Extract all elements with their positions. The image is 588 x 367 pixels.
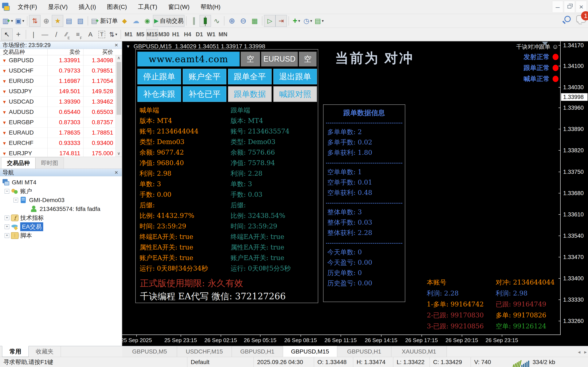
- auto-scroll-button[interactable]: [264, 15, 275, 27]
- tree-item-indicators[interactable]: + 技术指标: [0, 213, 122, 222]
- chart-area[interactable]: ▼ GBPUSD,M15 1.34029 1.34051 1.33917 1.3…: [122, 41, 588, 346]
- refill-unfollowed-button[interactable]: 补仓未跟: [137, 86, 181, 102]
- tab-symbols[interactable]: 交易品种: [1, 157, 35, 168]
- menu-file[interactable]: 文件(F): [12, 0, 43, 14]
- tree-item-server[interactable]: − GMI-Demo03: [0, 196, 122, 205]
- cloud-button[interactable]: [130, 15, 142, 27]
- profiles-button[interactable]: [14, 15, 25, 27]
- close-all-follow-button[interactable]: 跟单全平: [228, 69, 272, 84]
- tree-item-scripts[interactable]: + 脚本: [0, 231, 122, 240]
- crosshair-tool[interactable]: [13, 28, 24, 40]
- cursor-tool[interactable]: [1, 28, 13, 40]
- table-row[interactable]: USDJPY149.501149.528: [0, 86, 122, 97]
- horizontal-line-tool[interactable]: [39, 28, 51, 40]
- scroll-down-icon[interactable]: ∨: [117, 151, 120, 156]
- periods-button[interactable]: [302, 15, 313, 27]
- scrollbar-thumb[interactable]: [117, 62, 121, 115]
- expand-icon[interactable]: +: [5, 225, 9, 229]
- status-profile[interactable]: Default: [187, 357, 254, 367]
- collapse-icon[interactable]: −: [5, 189, 9, 194]
- line-chart-button[interactable]: [211, 15, 222, 27]
- sell-button-right[interactable]: 空: [299, 52, 317, 67]
- exit-follow-button[interactable]: 退出跟单: [273, 69, 317, 84]
- tab-favorites[interactable]: 收藏夹: [29, 346, 61, 357]
- terminal-toggle[interactable]: [63, 15, 75, 27]
- expand-icon[interactable]: +: [5, 216, 9, 220]
- navigator-toggle[interactable]: [52, 15, 63, 27]
- scrollbar[interactable]: ∧ ∨: [115, 55, 122, 157]
- market-watch-toggle[interactable]: [29, 15, 40, 27]
- table-row[interactable]: GBPUSD1.339911.34098: [0, 55, 122, 66]
- stop-follow-button[interactable]: 停止跟单: [137, 69, 181, 84]
- chart-tab-5[interactable]: XAUUSD,M1: [391, 346, 447, 357]
- sell-button-left[interactable]: 空: [241, 52, 260, 67]
- timeframe-m1[interactable]: M1: [123, 29, 135, 40]
- menu-tools[interactable]: 工具(T): [132, 0, 163, 14]
- new-order-button[interactable]: +新订单: [90, 15, 119, 27]
- collapse-icon[interactable]: −: [14, 198, 18, 202]
- zoom-in-button[interactable]: [226, 15, 238, 27]
- bar-chart-button[interactable]: [188, 15, 200, 27]
- notifications-icon[interactable]: 1: [576, 15, 586, 23]
- table-row[interactable]: AUDUSD0.654400.65503: [0, 107, 122, 117]
- table-row[interactable]: EURCHF0.933330.93400: [0, 138, 122, 148]
- autotrading-button[interactable]: 自动交易: [153, 15, 185, 27]
- close-icon[interactable]: ×: [113, 42, 120, 49]
- data-window-toggle[interactable]: [40, 15, 52, 27]
- close-button[interactable]: ×: [576, 1, 587, 13]
- timeframe-m5[interactable]: M5: [135, 29, 146, 40]
- search-icon[interactable]: [564, 16, 571, 22]
- community-button[interactable]: [142, 15, 153, 27]
- price-scale[interactable]: 1.34170 1.34100 1.34030 1.33960 1.33890 …: [561, 41, 588, 335]
- tree-item-accounts[interactable]: − 账户: [0, 187, 122, 196]
- arrows-tool[interactable]: [107, 28, 119, 40]
- table-row[interactable]: USDCAD1.393901.39462: [0, 97, 122, 107]
- menu-charts[interactable]: 图表(C): [102, 0, 133, 14]
- symbol-button[interactable]: EURUSD: [261, 52, 298, 67]
- fibonacci-tool[interactable]: F: [73, 28, 85, 40]
- strategy-tester-toggle[interactable]: [75, 15, 86, 27]
- timeframe-h1[interactable]: H1: [170, 29, 182, 40]
- chart-tab-1[interactable]: USDCHF,M15: [177, 346, 232, 357]
- call-follow-compare-button[interactable]: 喊跟对照: [273, 86, 317, 102]
- table-row[interactable]: EURAUD1.786351.78851: [0, 128, 122, 138]
- tab-scroll-right-icon[interactable]: ▸: [584, 349, 587, 355]
- restore-button[interactable]: [564, 1, 575, 13]
- menu-window[interactable]: 窗口(W): [163, 0, 195, 14]
- text-label-tool[interactable]: T: [96, 28, 107, 40]
- trendline-tool[interactable]: [51, 28, 62, 40]
- tab-tick-chart[interactable]: 即时图: [35, 157, 64, 168]
- tab-scroll-left-icon[interactable]: ◂: [578, 349, 580, 355]
- indicators-button[interactable]: [291, 15, 302, 27]
- timeframe-m30[interactable]: M30: [158, 29, 170, 40]
- time-axis[interactable]: 25 Sep 2025 25 Sep 23:15 26 Sep 02:15 26…: [122, 335, 588, 346]
- metaeditor-button[interactable]: [119, 15, 130, 27]
- timeframe-h4[interactable]: H4: [182, 29, 193, 40]
- tree-item-account[interactable]: 2134635574: fdfa fadfa: [0, 205, 122, 213]
- new-chart-button[interactable]: +: [1, 15, 14, 27]
- chart-tab-4[interactable]: GBPUSD,H1: [337, 346, 391, 357]
- chart-dropdown-icon[interactable]: ▼: [126, 44, 130, 49]
- menu-view[interactable]: 显示(V): [43, 0, 73, 14]
- templates-button[interactable]: [313, 15, 325, 27]
- zoom-out-button[interactable]: [238, 15, 249, 27]
- tree-item-experts[interactable]: + EA交易: [0, 222, 122, 231]
- chart-tab-3[interactable]: GBPUSD,M15: [283, 346, 337, 357]
- channel-tool[interactable]: E: [62, 28, 73, 40]
- refill-closed-button[interactable]: 补仓已平: [183, 86, 226, 102]
- table-row[interactable]: EURUSD1.169871.17054: [0, 76, 122, 86]
- tab-common[interactable]: 常用: [2, 346, 29, 357]
- close-icon[interactable]: ×: [113, 169, 120, 176]
- follow-data-button[interactable]: 跟单数据: [228, 86, 272, 102]
- expand-icon[interactable]: +: [5, 233, 9, 238]
- timeframe-mn[interactable]: MN: [217, 29, 229, 40]
- scroll-up-icon[interactable]: ∧: [117, 55, 120, 60]
- table-row[interactable]: EURJPY174.811175.000: [0, 148, 122, 157]
- chart-tab-0[interactable]: GBPUSD,M5: [122, 346, 177, 357]
- tree-item-root[interactable]: GMI MT4: [0, 178, 122, 187]
- timeframe-d1[interactable]: D1: [193, 29, 205, 40]
- close-all-account-button[interactable]: 账户全平: [183, 69, 226, 84]
- vertical-line-tool[interactable]: [28, 28, 39, 40]
- table-row[interactable]: EURGBP0.873030.87357: [0, 117, 122, 128]
- chart-tab-2[interactable]: GBPUSD,H1: [232, 346, 283, 357]
